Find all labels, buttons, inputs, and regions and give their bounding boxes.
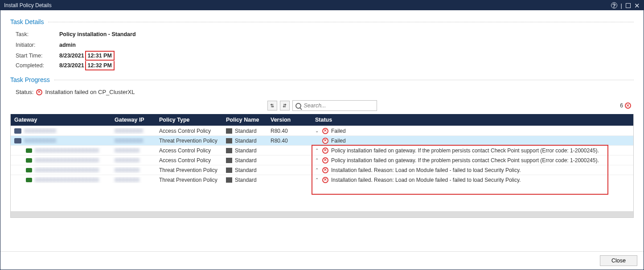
table-row[interactable]: XXXXXXXXXXXXXXXXXThreat Prevention Polic… [11, 135, 633, 145]
results-table: Gateway Gateway IP Policy Type Policy Na… [10, 114, 634, 218]
gateway-icon [26, 178, 32, 182]
version: R80.40 [267, 138, 312, 144]
policy-type: Access Control Policy [156, 157, 222, 164]
table-row[interactable]: XXXXXXXXXXXXXXXXXXXXXXXXXAccess Control … [11, 155, 633, 165]
help-icon[interactable]: ? [611, 2, 617, 8]
policy-name: Standard [235, 177, 257, 183]
policy-icon [226, 158, 232, 163]
policy-name: Standard [235, 138, 257, 144]
initiator-value: admin [59, 42, 76, 48]
table-toolbar: ⇅ ⇵ 6 [10, 100, 634, 111]
status-row: Status: Installation failed on CP_Cluste… [16, 89, 634, 95]
gateway-name: XXXXXXXXXXXXXXXXXX [35, 157, 99, 164]
footer: Close [0, 251, 644, 270]
start-time: 12:31 PM [88, 53, 112, 59]
search-icon [295, 103, 301, 109]
col-gateway-ip[interactable]: Gateway IP [111, 117, 156, 123]
status-text: Policy installation failed on gateway. I… [331, 147, 599, 154]
task-value: Policy installation - Standard [59, 31, 136, 37]
gateway-icon [14, 138, 21, 143]
chevron-up-icon[interactable]: ⌃ [315, 177, 320, 182]
gateway-ip: XXXXXXX [115, 167, 139, 173]
table-row[interactable]: XXXXXXXXXXXXXXXXXXXXXXXXXThreat Preventi… [11, 175, 633, 184]
gateway-ip: XXXXXXX [115, 147, 139, 154]
col-gateway[interactable]: Gateway [11, 117, 111, 123]
policy-type: Access Control Policy [156, 128, 222, 134]
status-text: Failed [331, 138, 346, 144]
gateway-icon [14, 128, 21, 134]
task-details-title: Task Details [10, 18, 44, 25]
error-icon [322, 147, 328, 154]
table-row[interactable]: XXXXXXXXXXXXXXXXXXXXXXXXXAccess Control … [11, 145, 633, 155]
window-title: Install Policy Details [4, 2, 611, 8]
task-progress-title: Task Progress [10, 76, 50, 83]
gateway-ip: XXXXXXXX [115, 138, 143, 144]
gateway-name: XXXXXXXXXXXXXXXXXX [35, 147, 99, 154]
policy-name: Standard [235, 128, 257, 134]
task-details: Task: Policy installation - Standard Ini… [16, 29, 634, 71]
status-text: Installation failed. Reason: Load on Mod… [331, 177, 521, 183]
error-icon [322, 157, 328, 164]
error-icon [322, 138, 328, 144]
error-icon [322, 167, 328, 173]
table-row[interactable]: XXXXXXXXXXXXXXXXXXXXXXXXXThreat Preventi… [11, 165, 633, 175]
policy-type: Threat Prevention Policy [156, 138, 222, 144]
row-count: 6 [620, 102, 623, 109]
search-input[interactable] [304, 102, 374, 109]
status-label: Status: [16, 89, 33, 95]
table-row[interactable]: XXXXXXXXXXXXXXXXXAccess Control PolicySt… [11, 126, 633, 135]
initiator-label: Initiator: [16, 42, 59, 48]
gateway-icon [26, 168, 32, 172]
start-date: 8/23/2021 [59, 53, 84, 59]
col-policy-type[interactable]: Policy Type [156, 117, 222, 123]
chevron-down-icon[interactable]: ⌄ [315, 128, 320, 133]
maximize-icon[interactable] [626, 3, 631, 8]
policy-icon [226, 168, 232, 173]
expand-all-button[interactable]: ⇅ [267, 101, 277, 110]
policy-name: Standard [235, 167, 257, 173]
gateway-icon [26, 158, 32, 163]
col-version[interactable]: Version [267, 117, 312, 123]
close-icon[interactable]: ✕ [634, 2, 640, 9]
policy-name: Standard [235, 147, 257, 154]
close-button[interactable]: Close [600, 255, 637, 266]
policy-type: Threat Prevention Policy [156, 177, 222, 183]
gateway-name: XXXXXXXXX [24, 138, 56, 144]
times-highlight: 12:31 PM [85, 51, 115, 61]
horizontal-scrollbar[interactable] [11, 211, 633, 217]
times-highlight-2: 12:32 PM [85, 61, 115, 70]
error-count-icon [625, 102, 631, 109]
task-label: Task: [16, 31, 59, 37]
col-policy-name[interactable]: Policy Name [222, 117, 267, 123]
gateway-icon [26, 148, 32, 153]
error-icon [36, 89, 42, 95]
chevron-up-icon[interactable]: ⌃ [315, 148, 320, 153]
collapse-all-button[interactable]: ⇵ [280, 101, 290, 110]
error-icon [322, 177, 328, 183]
search-box[interactable] [292, 100, 377, 111]
gateway-ip: XXXXXXXX [115, 128, 143, 134]
table-body: XXXXXXXXXXXXXXXXXAccess Control PolicySt… [11, 126, 633, 184]
content-area: Task Details Task: Policy installation -… [0, 10, 644, 251]
error-icon [322, 128, 328, 134]
policy-icon [226, 138, 232, 143]
separator: | [621, 3, 622, 8]
policy-type: Access Control Policy [156, 147, 222, 154]
chevron-up-icon[interactable]: ⌃ [315, 158, 320, 163]
completed-time: 12:32 PM [88, 62, 112, 69]
policy-type: Threat Prevention Policy [156, 167, 222, 173]
window-controls: ? | ✕ [611, 2, 640, 9]
policy-name: Standard [235, 157, 257, 164]
status-value: Installation failed on CP_ClusterXL [45, 89, 135, 95]
policy-icon [226, 148, 232, 153]
completed-date: 8/23/2021 [59, 62, 84, 69]
gateway-name: XXXXXXXXXXXXXXXXXX [35, 177, 99, 183]
task-details-header: Task Details [10, 18, 634, 25]
gateway-ip: XXXXXXX [115, 177, 139, 183]
task-progress-header: Task Progress [10, 76, 634, 83]
completed-label: Completed: [16, 62, 59, 69]
chevron-up-icon[interactable]: ⌃ [315, 168, 320, 172]
titlebar: Install Policy Details ? | ✕ [0, 0, 644, 10]
table-header: Gateway Gateway IP Policy Type Policy Na… [11, 114, 633, 126]
col-status[interactable]: Status [312, 117, 633, 123]
